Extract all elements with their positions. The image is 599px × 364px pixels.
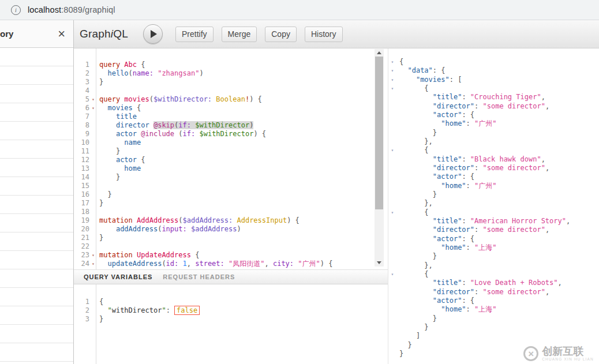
tab-request-headers[interactable]: REQUEST HEADERS bbox=[163, 273, 235, 280]
result-viewer: ▾{▾ "data": {▾ "movies": [▾ { "title": "… bbox=[388, 48, 599, 364]
code-line: }, bbox=[388, 199, 599, 208]
history-row[interactable] bbox=[0, 85, 73, 103]
history-row[interactable] bbox=[0, 122, 73, 140]
execute-query-button[interactable] bbox=[143, 24, 163, 44]
line-number: 2 bbox=[74, 69, 90, 78]
code-line: "title": "Crouching Tiger", bbox=[388, 93, 599, 102]
scroll-down-icon[interactable] bbox=[375, 259, 384, 267]
line-number: 6 bbox=[74, 104, 90, 112]
query-editor-scrollbar[interactable] bbox=[375, 49, 384, 267]
fold-gutter bbox=[388, 102, 396, 111]
code-line: "home": "上海" bbox=[388, 305, 599, 314]
fold-gutter bbox=[388, 261, 396, 270]
history-row[interactable] bbox=[0, 251, 73, 269]
fold-gutter bbox=[90, 147, 96, 156]
code-line: 2 "withDirector": false bbox=[74, 306, 388, 315]
fold-gutter bbox=[388, 111, 396, 119]
graphiql-toolbar: GraphiQL PrettifyMergeCopyHistory bbox=[74, 20, 599, 48]
history-row[interactable] bbox=[0, 232, 73, 251]
code-line: 4 bbox=[74, 87, 388, 95]
tab-query-variables[interactable]: QUERY VARIABLES bbox=[84, 273, 152, 280]
toolbar-button-history[interactable]: History bbox=[305, 27, 343, 42]
page-info-icon[interactable]: i bbox=[11, 5, 21, 15]
fold-arrow-icon[interactable]: ▾ bbox=[90, 95, 96, 104]
line-number: 22 bbox=[74, 242, 90, 251]
code-line: 10 name bbox=[74, 138, 388, 147]
toolbar-button-merge[interactable]: Merge bbox=[222, 27, 257, 42]
fold-arrow-icon[interactable]: ▾ bbox=[90, 104, 96, 112]
history-row[interactable] bbox=[0, 214, 73, 232]
fold-gutter bbox=[388, 288, 396, 297]
fold-gutter bbox=[388, 341, 396, 350]
code-line: 3} bbox=[74, 315, 388, 324]
fold-gutter bbox=[388, 235, 396, 243]
fold-gutter bbox=[90, 242, 96, 251]
query-editor[interactable]: 1query Abc {2 hello(name: "zhangsan")3}4… bbox=[74, 48, 388, 269]
fold-arrow-icon[interactable]: ▾ bbox=[90, 251, 96, 260]
code-line: 2 hello(name: "zhangsan") bbox=[74, 69, 388, 78]
fold-gutter bbox=[388, 172, 396, 181]
history-row[interactable] bbox=[0, 177, 73, 196]
fold-gutter bbox=[388, 199, 396, 208]
history-row[interactable] bbox=[0, 48, 73, 66]
history-row[interactable] bbox=[0, 288, 73, 306]
fold-arrow-icon[interactable]: ▾ bbox=[90, 260, 96, 268]
line-number: 11 bbox=[74, 147, 90, 156]
history-row[interactable] bbox=[0, 306, 73, 325]
fold-arrow-icon[interactable]: ▾ bbox=[388, 146, 396, 155]
line-number: 4 bbox=[74, 87, 90, 95]
fold-gutter bbox=[388, 323, 396, 332]
code-line: 1{ bbox=[74, 298, 388, 306]
fold-gutter bbox=[388, 137, 396, 146]
code-line: "director": "some director", bbox=[388, 226, 599, 234]
fold-gutter bbox=[388, 190, 396, 199]
code-line: } bbox=[388, 252, 599, 261]
history-row[interactable] bbox=[0, 159, 73, 177]
code-line: ▾ "data": { bbox=[388, 66, 599, 75]
url-host: localhost bbox=[28, 5, 61, 14]
history-row[interactable] bbox=[0, 103, 73, 122]
history-row[interactable] bbox=[0, 325, 73, 343]
history-row[interactable] bbox=[0, 140, 73, 159]
code-line: } bbox=[388, 323, 599, 332]
code-line: 24▾ updateAddress(id: 1, street: "凤阳街道",… bbox=[74, 260, 388, 268]
fold-gutter bbox=[388, 350, 396, 358]
fold-arrow-icon[interactable]: ▾ bbox=[388, 66, 396, 75]
fold-arrow-icon[interactable]: ▾ bbox=[388, 270, 396, 279]
fold-gutter bbox=[90, 234, 96, 242]
code-line: ▾ "movies": [ bbox=[388, 76, 599, 84]
fold-gutter bbox=[388, 297, 396, 305]
code-line: 21} bbox=[74, 234, 388, 242]
fold-arrow-icon[interactable]: ▾ bbox=[388, 58, 396, 66]
fold-arrow-icon[interactable]: ▾ bbox=[388, 84, 396, 93]
close-icon[interactable]: × bbox=[58, 28, 65, 40]
history-row[interactable] bbox=[0, 343, 73, 362]
fold-gutter bbox=[90, 190, 96, 199]
line-number: 20 bbox=[74, 225, 90, 234]
history-row[interactable] bbox=[0, 269, 73, 288]
line-number: 1 bbox=[74, 298, 90, 306]
watermark-text: 创新互联 bbox=[542, 346, 583, 357]
line-number: 17 bbox=[74, 199, 90, 208]
code-line: ▾ { bbox=[388, 270, 599, 279]
code-line: ] bbox=[388, 332, 599, 340]
line-number: 3 bbox=[74, 315, 90, 324]
browser-address-bar[interactable]: i localhost:8089/graphiql bbox=[0, 0, 599, 20]
toolbar-button-prettify[interactable]: Prettify bbox=[175, 27, 214, 42]
fold-arrow-icon[interactable]: ▾ bbox=[388, 76, 396, 84]
history-row[interactable] bbox=[0, 66, 73, 85]
url-text[interactable]: localhost:8089/graphiql bbox=[28, 5, 115, 14]
fold-gutter bbox=[388, 182, 396, 190]
scroll-up-icon[interactable] bbox=[375, 49, 384, 57]
code-line: 16 } bbox=[74, 190, 388, 199]
history-row[interactable] bbox=[0, 196, 73, 214]
history-list bbox=[0, 48, 73, 362]
query-variables-editor[interactable]: 1{2 "withDirector": false3} bbox=[74, 284, 388, 364]
code-line: "title": "American Horror Story", bbox=[388, 217, 599, 226]
fold-gutter bbox=[90, 78, 96, 87]
toolbar-button-copy[interactable]: Copy bbox=[265, 27, 297, 42]
scrollbar-thumb[interactable] bbox=[375, 57, 383, 209]
play-icon bbox=[151, 30, 157, 38]
line-number: 19 bbox=[74, 216, 90, 225]
fold-arrow-icon[interactable]: ▾ bbox=[388, 208, 396, 217]
